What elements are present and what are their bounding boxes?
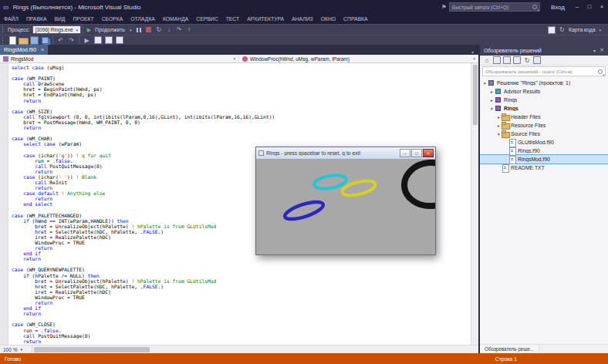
expander-icon[interactable]: ▾ [489, 106, 495, 111]
tree-item[interactable]: GLUtilsMod.f90 [480, 138, 608, 147]
menu-item[interactable]: ФАЙЛ [0, 14, 22, 24]
code-map-label[interactable]: Карта кода [569, 27, 596, 32]
continue-label[interactable]: Продолжить [95, 27, 125, 32]
solution-explorer-search[interactable]: Обозреватель решений - поиск (Ctrl+ж) [482, 66, 606, 76]
code-line[interactable]: run = .false. [12, 328, 471, 333]
code-line[interactable]: return [12, 125, 471, 130]
save-all-icon[interactable] [40, 35, 50, 45]
code-line[interactable]: hret = BeginPaint(hWnd, ps) [12, 86, 471, 92]
rings-maximize-button[interactable]: □ [411, 149, 422, 157]
solution-platforms-icon[interactable] [114, 35, 124, 45]
member-dropdown[interactable]: WindowProc(hWnd, uMsg, wParam, lParam) ▾ [239, 55, 478, 62]
open-file-icon[interactable] [19, 35, 29, 45]
undo-icon[interactable]: ↶ [56, 35, 66, 45]
new-file-icon[interactable] [8, 35, 18, 45]
scope-dropdown[interactable]: RingsMod ▾ [0, 55, 239, 62]
rings-window-titlebar[interactable]: Rings - press spacebar to reset, q to ex… [256, 147, 435, 160]
stop-debugging-icon[interactable] [144, 25, 154, 35]
menu-item[interactable]: АРХИТЕКТУРА [243, 14, 288, 24]
code-line[interactable]: return [12, 98, 471, 103]
chevron-down-icon[interactable]: ▾ [130, 28, 132, 32]
code-line[interactable]: bret = PostMessage(hWnd, WM_PAINT, 0, 0) [12, 120, 471, 125]
code-line[interactable]: hret = SelectPalette(hDC, hPalette, .FAL… [12, 284, 471, 289]
menu-item[interactable]: ПРАВКА [22, 14, 51, 24]
code-line[interactable]: call DrawScene [12, 81, 471, 86]
vertical-scrollbar[interactable] [471, 63, 478, 345]
tree-item[interactable]: ▸Header Files [480, 113, 608, 121]
solution-explorer-header[interactable]: Обозреватель решений ▾ ✕ [480, 45, 608, 56]
tab-solution-explorer[interactable]: Обозреватель реше... [480, 345, 539, 354]
code-line[interactable]: case (WM_CLOSE) [12, 322, 471, 327]
home-icon[interactable]: ⌂ [483, 56, 491, 64]
expander-icon[interactable]: ▸ [496, 115, 502, 120]
code-line[interactable]: return [12, 311, 471, 316]
code-line[interactable] [12, 261, 471, 267]
rings-minimize-button[interactable]: – [400, 149, 410, 157]
menu-item[interactable]: СЕРВИС [192, 14, 221, 24]
minimize-button[interactable]: – [571, 0, 583, 14]
rings-app-window[interactable]: Rings - press spacebar to reset, q to ex… [255, 147, 436, 255]
maximize-button[interactable]: □ [583, 0, 596, 14]
menu-item[interactable]: ПРОЕКТ [69, 14, 97, 24]
find-icon[interactable] [93, 35, 103, 45]
code-line[interactable]: return [12, 339, 471, 344]
expander-icon[interactable]: ▸ [489, 89, 495, 94]
code-line[interactable]: return [12, 256, 471, 261]
menu-item[interactable]: ТЕСТ [222, 14, 244, 24]
code-line[interactable]: bret = UnrealizeObject(hPalette) ! hPale… [12, 278, 471, 284]
menu-item[interactable]: АНАЛИЗ [288, 14, 317, 24]
tree-item[interactable]: ▸Advisor Results [480, 87, 608, 96]
properties-icon[interactable] [513, 56, 521, 64]
toolbar-grip[interactable] [2, 26, 5, 33]
tree-item[interactable]: README.TXT [480, 163, 608, 172]
save-icon[interactable] [29, 35, 39, 45]
expander-icon[interactable]: ▸ [496, 123, 502, 128]
vertical-scrollbar-thumb[interactable] [473, 65, 478, 125]
code-line[interactable]: case (WM_CHAR) [12, 136, 471, 141]
menu-item[interactable]: ОТЛАДКА [127, 14, 159, 24]
options-icon[interactable]: ↻ [557, 25, 567, 35]
sync-with-active-document-icon[interactable] [533, 56, 541, 64]
horizontal-scrollbar[interactable] [32, 345, 478, 353]
close-panel-icon[interactable]: ✕ [600, 47, 604, 53]
collapse-all-icon[interactable] [493, 56, 501, 64]
code-map-icon[interactable] [547, 25, 557, 35]
menu-item[interactable]: ВИД [50, 14, 69, 24]
breakpoint-margin[interactable] [0, 63, 8, 345]
rings-close-button[interactable]: × [423, 149, 434, 157]
code-line[interactable]: case (WM_QUERYNEWPALETTE) [12, 267, 471, 272]
code-line[interactable]: iret = RealizePalette(hDC) [12, 289, 471, 295]
tree-item[interactable]: ▾Rings [480, 104, 608, 113]
menu-item[interactable]: КОМАНДА [159, 14, 192, 24]
step-out-icon[interactable]: ↑ [184, 25, 194, 35]
redo-icon[interactable]: ↷ [66, 35, 76, 45]
code-line[interactable]: end if [12, 305, 471, 311]
zoom-control[interactable]: 100 % ▾ [0, 345, 32, 353]
code-line[interactable]: if (hPalette /= NULL) then [12, 273, 471, 278]
tree-item[interactable]: ▾Решение "Rings" (проектов: 1) [480, 79, 608, 87]
code-line[interactable]: call fglViewport (0, 0, int(ibits(lParam… [12, 114, 471, 120]
tree-item[interactable]: ▸Rings [480, 96, 608, 104]
continue-button[interactable]: ▶ [85, 25, 95, 35]
step-over-icon[interactable]: ↷ [174, 25, 184, 35]
restart-icon[interactable]: ↻ [154, 25, 164, 35]
process-combo[interactable]: [3096] Rings.exe ▾ [32, 25, 81, 34]
window-position-icon[interactable]: ▾ [593, 48, 596, 53]
expander-icon[interactable]: ▾ [496, 132, 502, 136]
tree-item[interactable]: ▾Source Files [480, 130, 608, 138]
code-line[interactable]: case (WM_SIZE) [12, 109, 471, 114]
menu-item[interactable]: СПРАВКА [339, 14, 371, 24]
tab-close-icon[interactable]: × [41, 47, 44, 52]
chevron-down-icon[interactable]: ▾ [599, 28, 601, 32]
code-line[interactable]: WindowProc = TRUE [12, 295, 471, 300]
code-line[interactable]: call PostQuitMessage(0) [12, 333, 471, 339]
code-line[interactable] [12, 70, 471, 76]
step-into-icon[interactable]: ↓ [164, 25, 174, 35]
expander-icon[interactable]: ▸ [489, 98, 495, 103]
code-line[interactable]: return [12, 300, 471, 305]
expander-icon[interactable]: ▾ [482, 81, 488, 86]
code-line[interactable]: hret = EndPaint(hWnd, ps) [12, 92, 471, 97]
tree-item[interactable]: Rings.f90 [480, 147, 608, 155]
code-line[interactable]: case (WM_PAINT) [12, 76, 471, 81]
code-line[interactable]: select case (uMsg) [12, 65, 471, 70]
